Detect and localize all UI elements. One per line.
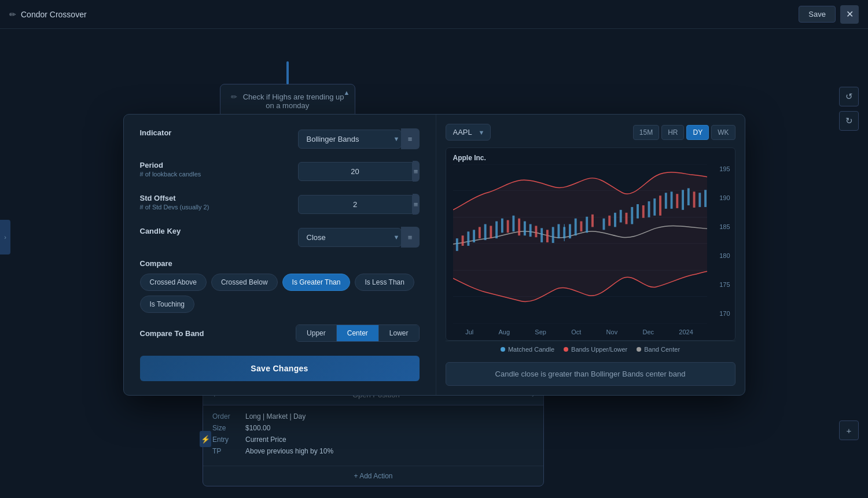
chart-area: Apple Inc. 195 190 185 180 175 170 — [446, 147, 735, 341]
add-action-label: + Add Action — [354, 472, 392, 480]
tf-btn-hr[interactable]: HR — [661, 125, 684, 140]
symbol-select[interactable]: AAPL — [446, 124, 491, 141]
symbol-select-wrapper: AAPL ▼ — [446, 124, 491, 141]
indicator-menu-button[interactable]: ≡ — [401, 128, 420, 149]
period-label: Period — [140, 161, 298, 169]
compare-btn-is-touching[interactable]: Is Touching — [140, 296, 195, 313]
close-button[interactable]: ✕ — [840, 5, 859, 24]
save-button[interactable]: Save — [799, 6, 836, 23]
svg-rect-18 — [619, 210, 621, 223]
order-label: Order — [212, 412, 238, 420]
svg-rect-15 — [602, 219, 605, 230]
legend-label-bands: Bands Upper/Lower — [571, 346, 627, 353]
indicator-select[interactable]: Bollinger Bands — [298, 130, 402, 149]
svg-rect-28 — [676, 194, 678, 208]
add-action-button[interactable]: + Add Action — [203, 466, 543, 486]
svg-rect-46 — [523, 222, 525, 236]
period-input[interactable] — [298, 162, 413, 181]
x-label-nov: Nov — [606, 329, 618, 335]
svg-rect-21 — [637, 204, 639, 219]
legend-matched-candle: Matched Candle — [501, 346, 554, 353]
y-label-170: 170 — [719, 310, 730, 317]
zoom-controls: + — [839, 420, 859, 440]
svg-rect-34 — [455, 238, 458, 251]
svg-rect-14 — [591, 215, 594, 227]
top-bar: ✏ Condor Crossover Save ✕ — [0, 0, 868, 29]
tf-btn-dy[interactable]: DY — [686, 125, 709, 140]
legend-dot-center — [637, 347, 641, 352]
chart-description: Candle close is greater than Bollinger B… — [446, 362, 735, 386]
zoom-in-button[interactable]: + — [839, 420, 859, 440]
chart-svg — [453, 164, 707, 324]
edit-icon: ✏ — [231, 93, 237, 101]
y-label-185: 185 — [719, 223, 730, 230]
node-text-line2: on a monday — [266, 101, 309, 110]
timeframe-buttons: 15M HR DY WK — [633, 125, 735, 140]
x-label-oct: Oct — [571, 329, 581, 335]
band-btn-center[interactable]: Center — [337, 325, 379, 341]
svg-rect-29 — [682, 190, 684, 210]
undo-button[interactable]: ↺ — [839, 87, 859, 106]
svg-rect-22 — [642, 205, 644, 218]
std-menu-button[interactable]: ≡ — [413, 194, 420, 215]
entry-label: Entry — [212, 436, 238, 444]
tp-value: Above previous high by 10% — [245, 447, 333, 455]
compare-btn-is-less-than[interactable]: Is Less Than — [355, 274, 414, 291]
legend-dot-bands — [564, 347, 568, 352]
connector-line — [286, 61, 289, 84]
legend-band-center: Band Center — [637, 346, 680, 353]
svg-rect-37 — [473, 230, 475, 242]
collapse-icon[interactable]: ▲ — [344, 89, 350, 96]
candle-key-select[interactable]: Close — [298, 228, 402, 247]
top-bar-actions: Save ✕ — [799, 5, 859, 24]
compare-btn-crossed-below[interactable]: Crossed Below — [211, 274, 278, 291]
left-expand-handle[interactable]: › — [0, 220, 10, 254]
std-input[interactable] — [298, 195, 413, 214]
svg-rect-23 — [648, 201, 650, 217]
svg-rect-11 — [574, 219, 576, 236]
compare-btn-is-greater-than[interactable]: Is Greater Than — [282, 274, 351, 291]
save-changes-button[interactable]: Save Changes — [140, 356, 420, 381]
y-label-180: 180 — [719, 252, 730, 259]
legend-dot-matched — [501, 347, 505, 352]
candle-key-menu-button[interactable]: ≡ — [401, 227, 420, 248]
indicator-label: Indicator — [140, 128, 298, 137]
compare-label: Compare — [140, 259, 420, 268]
lightning-badge: ⚡ — [200, 431, 211, 447]
legend-bands-upper-lower: Bands Upper/Lower — [564, 346, 627, 353]
period-menu-button[interactable]: ≡ — [413, 161, 420, 182]
modal: Indicator Bollinger Bands ▼ ≡ Period — [123, 114, 745, 396]
svg-rect-35 — [461, 235, 464, 246]
redo-button[interactable]: ↻ — [839, 111, 859, 131]
tf-btn-15m[interactable]: 15M — [633, 125, 659, 140]
band-btn-lower[interactable]: Lower — [379, 325, 419, 341]
node-text-line1: Check if Highs are trending up — [243, 93, 344, 101]
band-btn-upper[interactable]: Upper — [296, 325, 337, 341]
order-value: Long | Market | Day — [245, 412, 306, 420]
entry-row: Entry Current Price — [212, 436, 534, 444]
candle-key-label: Candle Key — [140, 227, 298, 235]
tp-row: TP Above previous high by 10% — [212, 447, 534, 455]
x-label-dec: Dec — [642, 329, 654, 335]
right-controls: ↺ ↻ — [839, 87, 859, 131]
chart-legend: Matched Candle Bands Upper/Lower Band Ce… — [446, 341, 735, 357]
tp-label: TP — [212, 447, 238, 455]
app-title-container: ✏ Condor Crossover — [9, 10, 87, 19]
pencil-icon: ✏ — [9, 10, 16, 19]
compare-btn-crossed-above[interactable]: Crossed Above — [140, 274, 207, 291]
svg-rect-50 — [546, 230, 548, 242]
bottom-card: + Open Position › Order Long | Market | … — [203, 384, 544, 486]
order-row: Order Long | Market | Day — [212, 412, 534, 420]
y-label-190: 190 — [719, 194, 730, 201]
size-value: $100.00 — [245, 424, 270, 432]
svg-rect-43 — [506, 220, 509, 233]
svg-rect-25 — [659, 195, 661, 216]
tf-btn-wk[interactable]: WK — [711, 125, 735, 140]
size-row: Size $100.00 — [212, 424, 534, 432]
x-label-sep: Sep — [535, 329, 546, 335]
svg-rect-49 — [540, 228, 543, 242]
svg-rect-20 — [631, 207, 633, 224]
svg-rect-19 — [625, 213, 627, 224]
svg-rect-52 — [557, 224, 560, 239]
svg-rect-26 — [664, 193, 667, 209]
